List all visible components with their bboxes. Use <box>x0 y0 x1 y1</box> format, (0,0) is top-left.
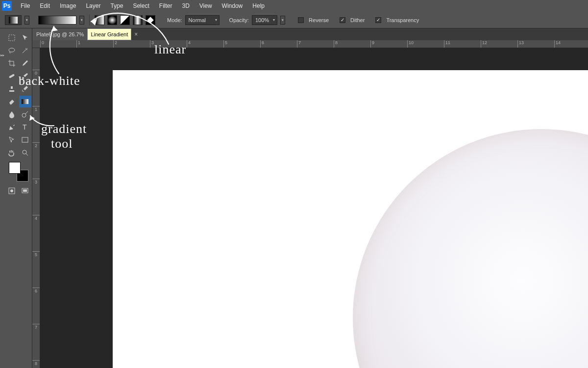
svg-rect-0 <box>9 17 18 24</box>
ruler-mark: 7 <box>32 324 40 330</box>
opacity-input[interactable]: 100% <box>252 15 277 25</box>
ruler-vertical[interactable]: 0 1 2 3 4 5 6 7 8 9 <box>32 48 40 368</box>
expand-icon[interactable]: ▸▸ <box>0 53 5 57</box>
ruler-mark: 10 <box>407 40 414 48</box>
menu-layer[interactable]: Layer <box>81 2 105 9</box>
eraser-tool[interactable] <box>5 96 18 107</box>
menu-type[interactable]: Type <box>105 2 128 9</box>
blur-tool[interactable] <box>5 108 18 120</box>
crop-icon <box>8 59 16 67</box>
marquee-icon <box>8 34 16 42</box>
toolbox: T <box>5 28 32 368</box>
move-tool[interactable] <box>19 32 32 44</box>
transparency-label: Transparency <box>386 17 419 23</box>
menu-window[interactable]: Window <box>217 2 248 9</box>
dodge-icon <box>21 110 29 118</box>
lasso-tool[interactable] <box>5 45 18 56</box>
canvas-area[interactable] <box>40 48 588 368</box>
mode-select[interactable]: Normal <box>185 15 220 25</box>
history-brush-tool[interactable] <box>19 83 32 95</box>
ruler-mark: 0 <box>32 70 40 76</box>
angle-gradient-icon <box>121 16 129 25</box>
plate-image <box>353 129 588 368</box>
document-tab[interactable]: Plate6.jpg @ 26.7% <box>32 28 88 40</box>
marquee-tool[interactable] <box>5 32 18 44</box>
menu-3d[interactable]: 3D <box>177 2 194 9</box>
gradient-tool[interactable] <box>19 96 32 107</box>
transparency-checkbox[interactable]: ✓ <box>375 17 381 23</box>
gradient-type-linear[interactable] <box>95 15 104 25</box>
reverse-label: Reverse <box>309 17 329 23</box>
menu-image[interactable]: Image <box>55 2 81 9</box>
rect-icon <box>21 136 29 144</box>
screen-icon <box>21 187 29 195</box>
menu-help[interactable]: Help <box>247 2 270 9</box>
brush-icon <box>21 72 29 80</box>
gradient-tool-icon <box>9 17 18 24</box>
path-select-tool[interactable] <box>5 134 18 146</box>
tab-close-button[interactable]: × <box>131 28 141 40</box>
ruler-mark: 4 <box>32 215 40 221</box>
gradient-type-tooltip: Linear Gradient <box>87 28 131 40</box>
svg-point-9 <box>9 48 15 52</box>
reverse-checkbox[interactable] <box>298 17 304 23</box>
type-tool[interactable]: T <box>19 121 32 133</box>
quickmask-toggle[interactable] <box>5 185 18 197</box>
ruler-mark: 1 <box>32 106 40 112</box>
arrow-icon <box>8 136 16 144</box>
svg-rect-8 <box>9 35 15 41</box>
svg-rect-20 <box>23 189 27 192</box>
opacity-dropdown[interactable]: ▾ <box>280 16 285 25</box>
svg-point-11 <box>22 77 24 79</box>
menu-edit[interactable]: Edit <box>35 2 55 9</box>
ruler-mark: 12 <box>481 40 487 48</box>
gradient-picker[interactable] <box>38 16 76 25</box>
gradient-picker-dropdown[interactable]: ▾ <box>79 16 84 25</box>
bandage-icon <box>8 72 16 80</box>
crop-tool[interactable] <box>5 57 18 69</box>
pen-tool[interactable] <box>5 121 18 133</box>
zoom-tool[interactable] <box>19 147 32 158</box>
dither-checkbox[interactable]: ✓ <box>340 17 345 23</box>
ruler-horizontal[interactable]: 0 1 2 3 4 5 6 7 8 9 10 11 12 13 14 <box>32 40 588 48</box>
type-icon: T <box>21 123 29 131</box>
gradient-type-angle[interactable] <box>120 15 130 25</box>
wand-tool[interactable] <box>19 45 32 56</box>
ruler-mark: 14 <box>554 40 561 48</box>
svg-point-18 <box>10 189 13 192</box>
gradient-icon <box>21 98 29 105</box>
brush-tool[interactable] <box>19 70 32 82</box>
dodge-tool[interactable] <box>19 108 32 120</box>
svg-point-13 <box>22 113 26 117</box>
tool-preset-picker[interactable] <box>5 15 22 25</box>
heal-tool[interactable] <box>5 70 18 82</box>
gradient-type-radial[interactable] <box>107 15 117 25</box>
menu-filter[interactable]: Filter <box>154 2 177 9</box>
wand-icon <box>21 47 29 54</box>
radial-gradient-icon <box>108 16 117 25</box>
menu-view[interactable]: View <box>195 2 217 9</box>
screenmode-toggle[interactable] <box>19 185 32 197</box>
gradient-type-reflected[interactable] <box>133 15 143 25</box>
stamp-tool[interactable] <box>5 83 18 95</box>
divider <box>89 15 90 26</box>
eyedropper-tool[interactable] <box>19 57 32 69</box>
ruler-mark: 9 <box>370 40 374 48</box>
ruler-mark: 3 <box>32 179 40 184</box>
dither-label: Dither <box>350 17 365 23</box>
shape-tool[interactable] <box>19 134 32 146</box>
svg-rect-2 <box>108 16 117 25</box>
color-swatches[interactable] <box>9 162 28 182</box>
reflected-gradient-icon <box>133 16 142 25</box>
foreground-color[interactable] <box>9 162 21 174</box>
eyedropper-icon <box>21 59 29 67</box>
tool-preset-dropdown[interactable]: ▾ <box>24 16 29 25</box>
zoom-icon <box>21 149 29 157</box>
menu-select[interactable]: Select <box>128 2 154 9</box>
gradient-type-diamond[interactable] <box>146 15 155 25</box>
svg-rect-15 <box>22 137 28 142</box>
ruler-mark: 13 <box>517 40 524 48</box>
document-canvas[interactable] <box>113 70 588 368</box>
menu-file[interactable]: File <box>16 2 35 9</box>
hand-tool[interactable] <box>5 147 18 158</box>
